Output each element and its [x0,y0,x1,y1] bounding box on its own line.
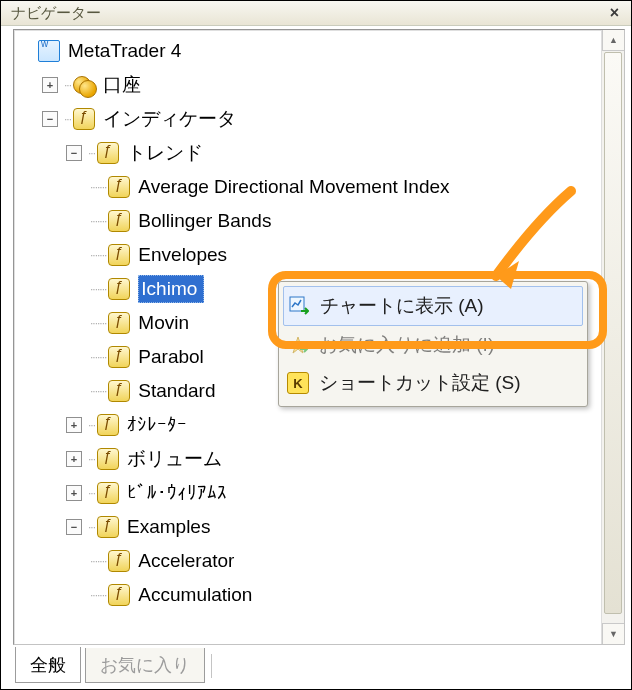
fx-icon [108,278,130,300]
tree-node-trend[interactable]: − ··· トレンド [66,136,600,170]
context-menu: チャートに表示 (A) お気に入りに追加 (I) K ショートカット設定 (S) [278,281,588,407]
item-label: Movin [138,312,189,334]
collapse-icon[interactable]: − [42,111,58,127]
fx-icon [108,346,130,368]
root-label: MetaTrader 4 [68,40,181,62]
tree-item-bb[interactable]: ······· Bollinger Bands [90,204,600,238]
keyboard-key-icon: K [287,372,309,394]
item-label: Standard [138,380,215,402]
item-label: Envelopes [138,244,227,266]
svg-marker-1 [290,337,306,353]
star-add-icon [287,334,309,356]
tree-root[interactable]: MetaTrader 4 [18,34,600,68]
vertical-scrollbar[interactable]: ▲ ▼ [601,30,624,644]
panel-titlebar: ナビゲーター × [1,1,631,26]
billwilliams-label: ﾋﾞﾙ･ｳｨﾘｱﾑｽ [127,482,227,504]
collapse-icon[interactable]: − [66,145,82,161]
tree-node-billwilliams[interactable]: + ··· ﾋﾞﾙ･ｳｨﾘｱﾑｽ [66,476,600,510]
tree-item-adm[interactable]: ······· Average Directional Movement Ind… [90,170,600,204]
tree-item-env[interactable]: ······· Envelopes [90,238,600,272]
bottom-tabs: 全般 お気に入り [13,649,625,683]
expand-icon[interactable]: + [66,417,82,433]
account-icon [73,74,95,96]
panel-title: ナビゲーター [11,4,101,23]
scroll-down-button[interactable]: ▼ [602,623,624,644]
fx-icon [108,312,130,334]
tab-favorites[interactable]: お気に入り [85,648,205,683]
fx-icon [108,550,130,572]
account-label: 口座 [103,72,141,98]
fx-icon [97,414,119,436]
fx-icon [97,142,119,164]
chart-attach-icon [288,295,310,317]
trend-label: トレンド [127,140,203,166]
fx-icon [97,516,119,538]
tree-item-accumulation[interactable]: ······· Accumulation [90,578,600,612]
tree-node-examples[interactable]: − ··· Examples [66,510,600,544]
tree-node-account[interactable]: + ··· 口座 [42,68,600,102]
tree-node-oscillator[interactable]: + ··· ｵｼﾚｰﾀｰ [66,408,600,442]
fx-icon [108,176,130,198]
fx-icon [108,244,130,266]
tree-node-indicators[interactable]: − ··· インディケータ [42,102,600,136]
ctx-label: お気に入りに追加 (I) [319,332,494,358]
item-label: Parabol [138,346,204,368]
ctx-item-add-favorite[interactable]: お気に入りに追加 (I) [283,326,583,364]
oscillator-label: ｵｼﾚｰﾀｰ [127,414,187,436]
ctx-item-shortcut[interactable]: K ショートカット設定 (S) [283,364,583,402]
close-icon[interactable]: × [606,4,623,22]
tab-general[interactable]: 全般 [15,647,81,683]
item-label: Accumulation [138,584,252,606]
tab-separator [211,654,212,678]
ctx-item-attach-to-chart[interactable]: チャートに表示 (A) [283,286,583,326]
item-label: Accelerator [138,550,234,572]
fx-icon [108,380,130,402]
item-label-selected: Ichimo [138,275,204,303]
fx-icon [108,584,130,606]
item-label: Bollinger Bands [138,210,271,232]
collapse-icon[interactable]: − [66,519,82,535]
tree-node-volume[interactable]: + ··· ボリューム [66,442,600,476]
scroll-up-button[interactable]: ▲ [602,30,624,51]
item-label: Average Directional Movement Index [138,176,449,198]
fx-icon [97,482,119,504]
fx-icon [73,108,95,130]
ctx-label: チャートに表示 (A) [320,293,484,319]
expand-icon[interactable]: + [66,451,82,467]
tree-item-accelerator[interactable]: ······· Accelerator [90,544,600,578]
fx-icon [108,210,130,232]
volume-label: ボリューム [127,446,222,472]
scroll-thumb[interactable] [604,52,622,614]
examples-label: Examples [127,516,210,538]
fx-icon [97,448,119,470]
toggle-none [18,44,32,58]
expand-icon[interactable]: + [42,77,58,93]
expand-icon[interactable]: + [66,485,82,501]
app-icon [38,40,60,62]
indicators-label: インディケータ [103,106,236,132]
ctx-label: ショートカット設定 (S) [319,370,521,396]
